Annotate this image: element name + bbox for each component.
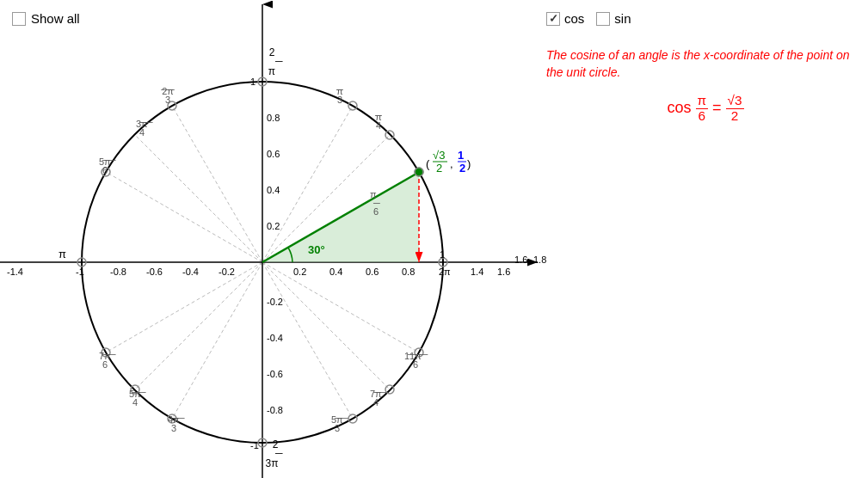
svg-line-5 (172, 106, 262, 262)
svg-text:0.6: 0.6 (366, 267, 379, 277)
svg-text:3π: 3π (266, 457, 279, 469)
svg-text:6: 6 (413, 359, 418, 370)
svg-text:0.4: 0.4 (329, 267, 342, 277)
svg-line-6 (135, 135, 262, 262)
svg-text:-0.8: -0.8 (267, 405, 283, 415)
svg-text:6: 6 (102, 359, 108, 370)
svg-text:0.8: 0.8 (267, 113, 280, 123)
svg-text:-1: -1 (250, 440, 259, 450)
svg-text:4: 4 (373, 397, 379, 408)
svg-text:π: π (268, 65, 275, 77)
svg-text:-1: -1 (76, 267, 84, 277)
svg-text:-0.6: -0.6 (267, 369, 283, 379)
unit-circle-svg: -1.4 -1 π -0.8 -0.6 -0.4 -0.2 0.2 0.4 0.… (0, 0, 542, 478)
svg-text:3: 3 (165, 95, 170, 105)
svg-text:──: ── (372, 387, 387, 397)
svg-text:───: ─── (407, 349, 428, 359)
info-panel: The cosine of an angle is the x-coordina… (546, 47, 865, 124)
svg-line-7 (106, 172, 262, 262)
svg-text:0.2: 0.2 (293, 267, 306, 277)
svg-text:─: ─ (274, 55, 283, 67)
svg-text:1: 1 (440, 249, 445, 260)
main-container: Show all cos sin The cosine of an angle … (0, 0, 868, 478)
svg-text:4: 4 (132, 397, 138, 408)
svg-text:30°: 30° (308, 243, 325, 256)
svg-text:1.4: 1.4 (471, 267, 483, 277)
svg-text:3: 3 (335, 423, 340, 433)
axis-label-18: 1.8 (533, 254, 546, 265)
svg-text:0.4: 0.4 (267, 185, 280, 195)
svg-text:2π: 2π (439, 267, 451, 277)
svg-text:0.6: 0.6 (267, 149, 280, 159)
svg-text:-0.4: -0.4 (267, 333, 283, 343)
svg-text:──: ── (334, 413, 348, 423)
svg-text:-0.2: -0.2 (219, 267, 235, 277)
svg-text:-0.6: -0.6 (146, 267, 163, 277)
formula-display: cos π6 = √32 (546, 94, 865, 124)
svg-text:──: ── (170, 413, 185, 423)
svg-text:π: π (58, 248, 66, 260)
svg-text:√3: √3 (433, 149, 445, 162)
svg-text:─: ─ (336, 84, 343, 95)
svg-text:3: 3 (171, 423, 176, 433)
svg-text:──: ── (102, 349, 116, 359)
svg-text:1: 1 (458, 149, 464, 162)
svg-text:2: 2 (269, 46, 275, 58)
svg-text:──: ── (139, 117, 153, 127)
svg-text:-0.8: -0.8 (110, 267, 126, 277)
svg-text:──: ── (160, 84, 175, 95)
svg-text:3: 3 (337, 95, 342, 105)
svg-text:4: 4 (376, 120, 381, 131)
svg-text:,: , (450, 157, 453, 170)
show-all-container: Show all (12, 11, 80, 26)
svg-text:(: ( (426, 157, 430, 170)
svg-text:1: 1 (250, 77, 255, 87)
svg-text:4: 4 (139, 127, 145, 138)
svg-text:1.6: 1.6 (497, 267, 510, 277)
sin-label: sin (614, 11, 631, 26)
svg-text:0.8: 0.8 (402, 267, 415, 277)
info-description: The cosine of an angle is the x-coordina… (546, 47, 865, 81)
svg-text:2: 2 (459, 162, 465, 175)
svg-text:): ) (467, 157, 471, 170)
svg-text:0.2: 0.2 (267, 221, 280, 231)
cos-sin-container: cos sin (546, 11, 631, 26)
svg-text:6: 6 (102, 165, 108, 175)
svg-text:2: 2 (273, 438, 279, 450)
svg-text:-0.4: -0.4 (182, 267, 199, 277)
cos-checkbox[interactable] (546, 12, 560, 26)
show-all-checkbox[interactable] (12, 12, 26, 26)
svg-text:-0.2: -0.2 (267, 297, 283, 307)
cos-label: cos (564, 11, 584, 26)
svg-text:──: ── (102, 155, 116, 165)
sin-checkbox[interactable] (596, 12, 610, 26)
axis-label-16: 1.6 (514, 254, 527, 265)
svg-line-9 (135, 262, 262, 389)
svg-text:2: 2 (436, 162, 442, 175)
sin-checkbox-label: sin (596, 11, 631, 26)
show-all-label: Show all (31, 11, 80, 26)
svg-text:─: ─ (374, 110, 382, 120)
svg-text:──: ── (132, 387, 146, 397)
svg-text:6: 6 (373, 206, 379, 217)
svg-line-10 (172, 262, 262, 419)
svg-text:-1.4: -1.4 (7, 267, 23, 277)
cos-checkbox-label: cos (546, 11, 584, 26)
